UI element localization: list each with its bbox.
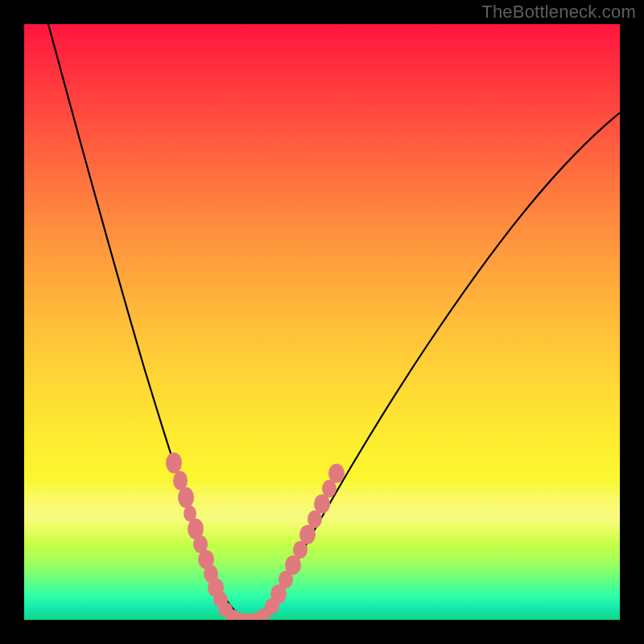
blob-cluster-left — [166, 452, 233, 617]
blob-icon — [178, 487, 194, 508]
blob-icon — [328, 464, 345, 483]
watermark-text: TheBottleneck.com — [481, 2, 636, 23]
plot-area — [24, 24, 620, 620]
bottleneck-curve — [48, 24, 620, 618]
blob-cluster-bottom — [225, 609, 271, 620]
chart-frame: TheBottleneck.com — [0, 0, 644, 644]
blob-cluster-right — [265, 464, 345, 614]
curve-svg — [24, 24, 620, 620]
curve-path — [48, 24, 620, 618]
blob-icon — [166, 452, 182, 473]
